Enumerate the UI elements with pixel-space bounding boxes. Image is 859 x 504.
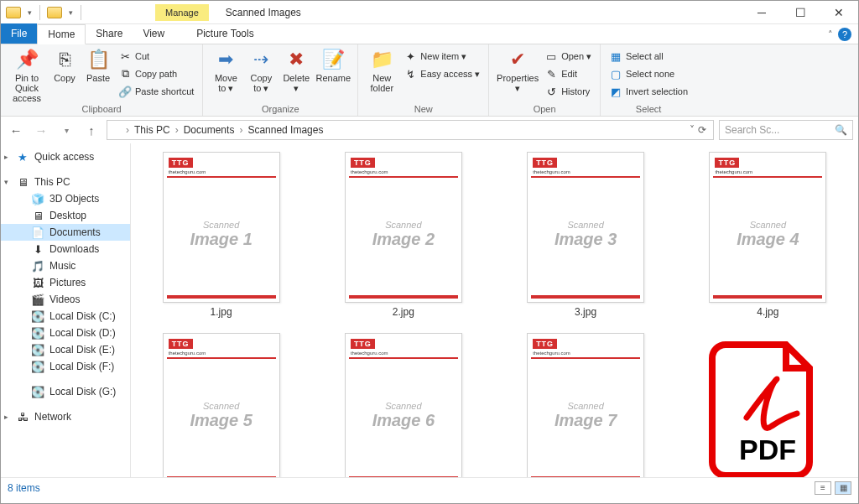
tab-picture-tools[interactable]: Picture Tools [186, 23, 263, 44]
folder-icon[interactable] [45, 3, 64, 22]
folder-icon[interactable] [4, 3, 23, 22]
nav-item[interactable]: 💽Local Disk (E:) [1, 341, 130, 358]
breadcrumb-this-pc[interactable]: This PC [131, 124, 174, 136]
nav-item[interactable]: 🧊3D Objects [1, 190, 130, 207]
content-pane[interactable]: TTGthetechguru.comScannedImage 11.jpgTTG… [131, 143, 858, 477]
rename-button[interactable]: 📝Rename [314, 46, 352, 83]
nav-item[interactable]: 🎵Music [1, 257, 130, 274]
main-area: ▸★Quick access ▾🖥This PC 🧊3D Objects🖥Des… [1, 143, 858, 477]
copy-button[interactable]: ⎘Copy [48, 46, 81, 83]
file-item[interactable]: TTGthetechguru.comScannedImage 11.jpg [143, 152, 299, 318]
select-all-button[interactable]: ▦Select all [606, 48, 691, 65]
icons-view-button[interactable]: ▦ [835, 481, 851, 495]
thumb-title: Scanned [528, 220, 643, 230]
nav-item[interactable]: 💽Local Disk (F:) [1, 358, 130, 375]
edit-button[interactable]: ✎Edit [541, 65, 595, 82]
file-item[interactable]: TTGthetechguru.comScannedImage 66.jpg [325, 333, 482, 477]
help-icon[interactable]: ? [838, 28, 851, 41]
nav-item[interactable]: 🖥Desktop [1, 207, 130, 224]
history-button[interactable]: ↺History [541, 83, 595, 100]
back-button[interactable]: ← [6, 120, 26, 140]
new-folder-button[interactable]: 📁New folder [363, 46, 400, 93]
close-button[interactable]: ✕ [820, 1, 858, 24]
minimize-ribbon-icon[interactable]: ˄ [828, 29, 833, 40]
brand-subtext: thetechguru.com [169, 351, 206, 356]
breadcrumb-documents[interactable]: Documents [180, 124, 238, 136]
chevron-right-icon: › [175, 124, 179, 136]
easy-access-button[interactable]: ↯Easy access ▾ [400, 65, 483, 82]
copy-to-icon: ⇢ [247, 48, 274, 71]
maximize-button[interactable]: ☐ [781, 1, 820, 24]
chevron-right-icon: › [126, 124, 129, 136]
thumbnail: TTGthetechguru.comScannedImage 2 [345, 152, 462, 303]
thumbnail: TTGthetechguru.comScannedImage 5 [163, 333, 280, 477]
breadcrumb-current[interactable]: Scanned Images [244, 124, 326, 136]
file-name: 1.jpg [211, 306, 232, 318]
nav-quick-access[interactable]: ▸★Quick access [1, 148, 130, 165]
up-button[interactable]: ↑ [81, 120, 102, 140]
nav-network[interactable]: ▸🖧Network [1, 408, 130, 425]
brand-subtext: thetechguru.com [715, 169, 752, 174]
tab-view[interactable]: View [133, 23, 174, 44]
tab-home[interactable]: Home [37, 24, 86, 44]
forward-button[interactable]: → [31, 120, 51, 140]
address-dropdown-icon[interactable]: ˅ [690, 124, 695, 136]
nav-item[interactable]: 💽Local Disk (C:) [1, 308, 130, 325]
file-item[interactable]: TTGthetechguru.comScannedImage 22.jpg [325, 152, 482, 318]
file-item[interactable]: TTGthetechguru.comScannedImage 33.jpg [508, 152, 664, 318]
nav-label: 3D Objects [49, 193, 99, 205]
search-input[interactable]: Search Sc... 🔍 [719, 120, 853, 140]
file-item[interactable]: TTGthetechguru.comScannedImage 55.jpg [143, 333, 299, 477]
brand-subtext: thetechguru.com [351, 169, 388, 174]
brand-badge: TTG [715, 158, 739, 168]
cut-icon: ✂ [118, 49, 132, 63]
file-item[interactable]: TTGthetechguru.comScannedImage 77.jpg [508, 333, 664, 477]
new-item-button[interactable]: ✦New item ▾ [400, 48, 483, 65]
nav-item[interactable]: 📄Documents [1, 224, 130, 241]
paste-shortcut-button[interactable]: 🔗Paste shortcut [115, 83, 197, 100]
group-open: ✔Properties ▾ ▭Open ▾ ✎Edit ↺History Ope… [489, 44, 601, 116]
paste-button[interactable]: 📋Paste [81, 46, 115, 83]
pin-quick-access-button[interactable]: 📌Pin to Quick access [6, 46, 48, 103]
delete-button[interactable]: ✖Delete ▾ [279, 46, 314, 93]
select-all-icon: ▦ [609, 49, 622, 63]
minimize-button[interactable]: ─ [742, 1, 781, 24]
nav-this-pc[interactable]: ▾🖥This PC [1, 174, 130, 190]
nav-item[interactable]: 🖼Pictures [1, 274, 130, 291]
refresh-icon[interactable]: ⟳ [698, 124, 706, 136]
tab-share[interactable]: Share [86, 23, 133, 44]
thumb-subtitle: Image 3 [528, 230, 643, 249]
qat-dropdown-icon[interactable]: ▾ [24, 3, 34, 22]
group-clipboard: 📌Pin to Quick access ⎘Copy 📋Paste ✂Cut ⧉… [1, 44, 203, 116]
properties-button[interactable]: ✔Properties ▾ [494, 46, 541, 93]
address-bar[interactable]: › This PC › Documents › Scanned Images ˅… [107, 120, 714, 140]
group-label: New [363, 104, 483, 116]
file-item[interactable]: TTGthetechguru.comScannedImage 44.jpg [690, 152, 846, 318]
easy-access-icon: ↯ [403, 67, 417, 81]
drive-icon: 💽 [31, 326, 44, 340]
recent-button[interactable]: ▾ [56, 120, 76, 140]
invert-selection-button[interactable]: ◩Invert selection [606, 83, 691, 100]
brand-badge: TTG [351, 339, 375, 349]
file-item-pdf[interactable]: PDFScanned Documents PDF.pdf [690, 333, 846, 477]
copy-path-button[interactable]: ⧉Copy path [115, 65, 197, 82]
nav-item[interactable]: 💽Local Disk (G:) [1, 383, 130, 400]
chevron-down-icon: ▾ [4, 178, 8, 186]
brand-subtext: thetechguru.com [533, 351, 570, 356]
open-button[interactable]: ▭Open ▾ [541, 48, 595, 65]
tab-file[interactable]: File [1, 23, 37, 44]
move-to-button[interactable]: ➡Move to ▾ [208, 46, 243, 93]
nav-item[interactable]: 🎬Videos [1, 291, 130, 308]
details-view-button[interactable]: ≡ [815, 481, 831, 495]
view-switcher: ≡ ▦ [815, 481, 851, 495]
cut-button[interactable]: ✂Cut [115, 48, 197, 65]
thumb-subtitle: Image 6 [346, 411, 461, 430]
copy-to-button[interactable]: ⇢Copy to ▾ [243, 46, 279, 93]
quick-access-toolbar: ▾ ▾ [1, 3, 88, 22]
qat-chevron-icon[interactable]: ▾ [65, 3, 75, 22]
network-icon: 🖧 [16, 410, 29, 423]
select-none-button[interactable]: ▢Select none [606, 65, 691, 82]
nav-item[interactable]: ⬇Downloads [1, 241, 130, 257]
drive-icon: 🧊 [31, 192, 44, 205]
nav-item[interactable]: 💽Local Disk (D:) [1, 325, 130, 341]
